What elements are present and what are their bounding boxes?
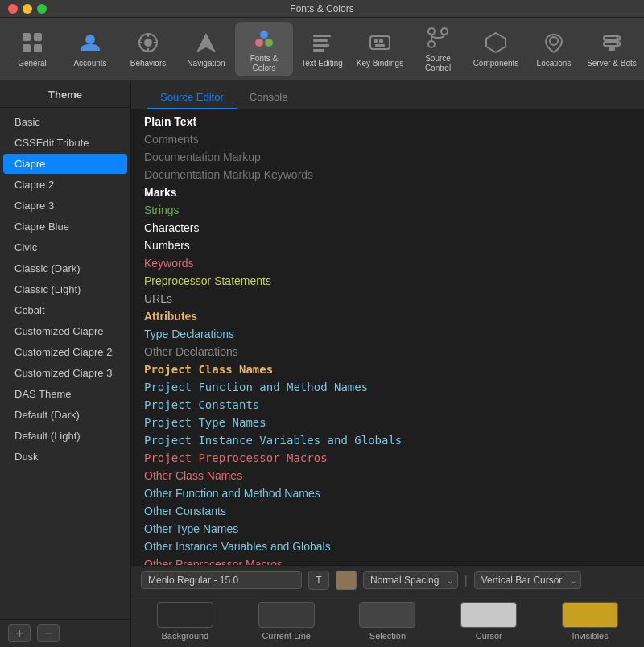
sidebar-item-ciapre[interactable]: Ciapre: [3, 154, 127, 174]
theme-entry-other-type-names[interactable]: Other Type Names: [131, 520, 644, 538]
theme-entry-other-preprocessor-macros[interactable]: Other Preprocessor Macros: [131, 555, 644, 565]
theme-entry-attributes[interactable]: Attributes: [131, 307, 644, 325]
toolbar-label-fonts-colors: Fonts & Colors: [238, 54, 290, 73]
toolbar-item-text-editing[interactable]: Text Editing: [293, 22, 351, 76]
toolbar-item-locations[interactable]: Locations: [525, 22, 583, 76]
svg-rect-21: [379, 39, 383, 43]
sidebar-footer: + −: [0, 619, 130, 647]
swatch-item-cursor[interactable]: Cursor: [460, 602, 517, 641]
toolbar-item-source-control[interactable]: Source Control: [409, 22, 467, 76]
theme-entry-other-constants[interactable]: Other Constants: [131, 502, 644, 520]
theme-entry-other-class-names[interactable]: Other Class Names: [131, 467, 644, 484]
toolbar-item-navigation[interactable]: Navigation: [177, 22, 235, 76]
theme-entry-project-function-method-names[interactable]: Project Function and Method Names: [131, 378, 644, 396]
toolbar-item-general[interactable]: General: [3, 22, 61, 76]
tab-source-editor[interactable]: Source Editor: [147, 86, 237, 109]
swatch-item-selection[interactable]: Selection: [359, 602, 415, 641]
maximize-button[interactable]: [37, 4, 47, 14]
theme-entry-keywords[interactable]: Keywords: [131, 254, 644, 272]
key-bindings-icon: [367, 30, 393, 56]
svg-rect-0: [23, 33, 31, 41]
sidebar-item-default-light[interactable]: Default (Light): [3, 426, 127, 446]
minimize-button[interactable]: [23, 4, 32, 14]
theme-entry-other-instance-variables[interactable]: Other Instance Variables and Globals: [131, 538, 644, 555]
behaviors-icon: [135, 30, 161, 56]
window-title: Fonts & Colors: [290, 3, 353, 14]
theme-entry-project-type-names[interactable]: Project Type Names: [131, 414, 644, 431]
toolbar-item-server-bots[interactable]: Server & Bots: [583, 22, 641, 76]
theme-entry-other-declarations[interactable]: Other Declarations: [131, 343, 644, 361]
theme-entry-other-function-method-names[interactable]: Other Function and Method Names: [131, 484, 644, 502]
swatch-item-invisibles[interactable]: Invisibles: [562, 602, 618, 641]
sidebar-item-das-theme[interactable]: DAS Theme: [3, 384, 127, 404]
toolbar-item-components[interactable]: Components: [467, 22, 525, 76]
theme-entry-preprocessor-statements[interactable]: Preprocessor Statements: [131, 272, 644, 290]
swatch-item-current-line[interactable]: Current Line: [258, 602, 315, 641]
toolbar-label-behaviors: Behaviors: [130, 59, 166, 68]
spacing-select-wrapper: Normal Spacing Tight Spacing Wide Spacin…: [363, 571, 458, 589]
theme-entry-project-class-names[interactable]: Project Class Names: [131, 361, 644, 378]
theme-entry-documentation-markup-keywords[interactable]: Documentation Markup Keywords: [131, 166, 644, 183]
toolbar-item-key-bindings[interactable]: Key Bindings: [351, 22, 409, 76]
sidebar-item-default-dark[interactable]: Default (Dark): [3, 405, 127, 425]
accounts-icon: [77, 30, 103, 56]
toolbar-label-accounts: Accounts: [73, 59, 106, 68]
sidebar-item-dusk[interactable]: Dusk: [3, 447, 127, 467]
sidebar-item-basic[interactable]: Basic: [3, 112, 127, 132]
svg-point-23: [428, 28, 435, 35]
toolbar-item-accounts[interactable]: Accounts: [61, 22, 119, 76]
theme-entry-strings[interactable]: Strings: [131, 201, 644, 219]
cursor-select[interactable]: Vertical Bar Cursor Block Cursor Underli…: [474, 571, 581, 589]
sidebar-header: Theme: [0, 80, 130, 108]
sidebar-item-ciapre-3[interactable]: Ciapre 3: [3, 196, 127, 216]
toolbar-item-fonts-colors[interactable]: Fonts & Colors: [235, 22, 293, 76]
fonts-colors-icon: [251, 25, 277, 51]
tab-console[interactable]: Console: [237, 86, 301, 109]
toolbar: General Accounts Behaviors Navigation Fo…: [0, 18, 644, 80]
content-panel: Source EditorConsole Plain TextCommentsD…: [131, 80, 644, 647]
theme-entry-marks[interactable]: Marks: [131, 183, 644, 201]
sidebar-item-ciapre-2[interactable]: Ciapre 2: [3, 175, 127, 195]
theme-entry-documentation-markup[interactable]: Documentation Markup: [131, 148, 644, 166]
title-bar: Fonts & Colors: [0, 0, 644, 18]
svg-point-27: [550, 37, 558, 45]
theme-entry-project-instance-variables[interactable]: Project Instance Variables and Globals: [131, 431, 644, 449]
toolbar-item-behaviors[interactable]: Behaviors: [119, 22, 177, 76]
sidebar-item-civic[interactable]: Civic: [3, 237, 127, 258]
sidebar-item-ciapre-blue[interactable]: Ciapre Blue: [3, 216, 127, 237]
sidebar-item-cssedit-tribute[interactable]: CSSEdit Tribute: [3, 133, 127, 153]
theme-entry-project-preprocessor-macros[interactable]: Project Preprocessor Macros: [131, 449, 644, 467]
font-name-input[interactable]: [141, 571, 302, 589]
sidebar-item-customized-ciapre-2[interactable]: Customized Ciapre 2: [3, 342, 127, 362]
theme-entry-project-constants[interactable]: Project Constants: [131, 396, 644, 414]
sidebar-item-customized-ciapre[interactable]: Customized Ciapre: [3, 321, 127, 341]
svg-point-24: [441, 28, 448, 35]
server-bots-icon: [599, 30, 625, 56]
bottom-swatches: BackgroundCurrent LineSelectionCursorInv…: [131, 595, 644, 647]
svg-marker-11: [196, 33, 216, 52]
swatch-color-selection: [359, 602, 415, 628]
font-color-swatch[interactable]: [336, 571, 357, 590]
svg-point-12: [255, 39, 263, 47]
theme-entry-characters[interactable]: Characters: [131, 219, 644, 237]
theme-entry-plain-text[interactable]: Plain Text: [131, 113, 644, 130]
theme-entry-type-declarations[interactable]: Type Declarations: [131, 325, 644, 343]
cursor-divider: |: [464, 574, 468, 587]
sidebar-item-cobalt[interactable]: Cobalt: [3, 300, 127, 320]
sidebar-list: BasicCSSEdit TributeCiapreCiapre 2Ciapre…: [0, 108, 130, 619]
remove-theme-button[interactable]: −: [37, 624, 60, 642]
swatch-item-background[interactable]: Background: [157, 602, 213, 641]
theme-entry-numbers[interactable]: Numbers: [131, 237, 644, 254]
close-button[interactable]: [8, 4, 18, 14]
sidebar-item-customized-ciapre-3[interactable]: Customized Ciapre 3: [3, 363, 127, 383]
theme-entry-comments[interactable]: Comments: [131, 130, 644, 148]
add-theme-button[interactable]: +: [8, 624, 31, 642]
cursor-select-wrapper: Vertical Bar Cursor Block Cursor Underli…: [474, 571, 581, 589]
sidebar-item-classic-light[interactable]: Classic (Light): [3, 279, 127, 299]
sidebar-item-classic-dark[interactable]: Classic (Dark): [3, 258, 127, 278]
svg-rect-17: [313, 44, 329, 47]
svg-point-13: [265, 39, 273, 47]
font-picker-button[interactable]: T: [308, 571, 329, 590]
spacing-select[interactable]: Normal Spacing Tight Spacing Wide Spacin…: [363, 571, 458, 589]
theme-entry-urls[interactable]: URLs: [131, 290, 644, 307]
